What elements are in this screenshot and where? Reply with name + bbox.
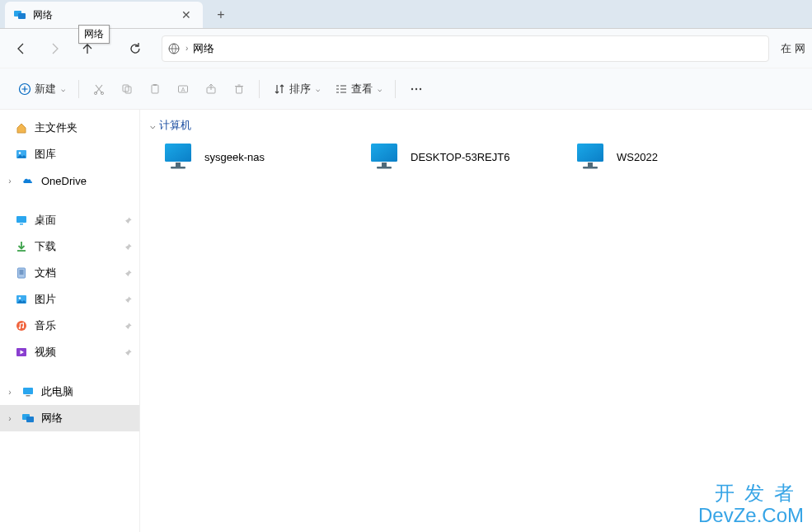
sidebar-item-network[interactable]: ›网络 — [0, 405, 139, 431]
chevron-down-icon: ⌵ — [316, 85, 320, 93]
pin-icon — [124, 269, 133, 278]
sidebar-item-gallery[interactable]: 图库 — [0, 141, 139, 167]
separator — [395, 80, 396, 98]
desktop-icon — [15, 214, 28, 227]
svg-rect-26 — [23, 388, 33, 394]
svg-rect-1 — [18, 13, 26, 19]
close-icon[interactable]: ✕ — [178, 7, 195, 23]
svg-rect-33 — [371, 144, 397, 162]
sort-label: 排序 — [289, 82, 311, 97]
pin-icon — [124, 242, 133, 252]
search-hint[interactable]: 在 网 — [781, 41, 805, 56]
address-text: 网络 — [193, 41, 214, 56]
sidebar-item-label: 文档 — [35, 266, 56, 280]
sidebar-item-home[interactable]: 主文件夹 — [0, 115, 139, 141]
forward-button[interactable] — [40, 34, 69, 64]
sidebar-item-label: 桌面 — [35, 213, 56, 228]
svg-point-16 — [420, 87, 421, 89]
chevron-down-icon: ⌵ — [378, 85, 382, 93]
sidebar-item-label: 下载 — [35, 239, 56, 254]
chevron-right-icon: › — [5, 388, 15, 397]
network-icon — [13, 8, 26, 21]
pin-icon — [124, 348, 133, 357]
sidebar-item-thispc[interactable]: ›此电脑 — [0, 379, 139, 405]
sidebar: 主文件夹图库›OneDrive 桌面下载文档图片音乐视频 ›此电脑›网络 — [0, 110, 140, 532]
group-title: 计算机 — [159, 118, 191, 133]
share-button[interactable] — [198, 75, 224, 103]
group-header-computers[interactable]: ⌵ 计算机 — [143, 115, 812, 136]
refresh-button[interactable] — [120, 34, 150, 64]
computer-item[interactable]: DESKTOP-53REJT6 — [363, 136, 569, 177]
content-area: 主文件夹图库›OneDrive 桌面下载文档图片音乐视频 ›此电脑›网络 ⌵ 计… — [0, 110, 812, 532]
computer-label: sysgeek-nas — [204, 151, 265, 163]
svg-rect-13 — [237, 87, 242, 93]
svg-rect-37 — [588, 162, 593, 167]
pin-icon — [124, 295, 133, 304]
svg-point-15 — [415, 87, 417, 89]
svg-rect-32 — [171, 167, 185, 169]
sidebar-item-documents[interactable]: 文档 — [0, 260, 139, 286]
network-icon — [21, 412, 35, 425]
sidebar-item-label: 视频 — [35, 345, 56, 360]
pin-icon — [124, 322, 133, 331]
svg-point-23 — [19, 297, 21, 299]
new-button[interactable]: 新建 ⌵ — [12, 75, 72, 103]
svg-point-18 — [19, 152, 21, 154]
separator — [78, 80, 79, 98]
computer-label: WS2022 — [617, 151, 658, 163]
svg-rect-20 — [20, 224, 23, 225]
svg-rect-8 — [152, 85, 158, 93]
downloads-icon — [15, 240, 28, 253]
network-icon — [167, 42, 181, 55]
svg-rect-31 — [176, 162, 181, 167]
sidebar-item-label: 此电脑 — [41, 384, 73, 399]
sidebar-item-label: 网络 — [41, 411, 63, 426]
sidebar-item-downloads[interactable]: 下载 — [0, 233, 139, 260]
gallery-icon — [15, 148, 28, 161]
new-label: 新建 — [35, 82, 56, 97]
thispc-icon — [21, 385, 35, 398]
svg-rect-34 — [382, 162, 387, 167]
sort-button[interactable]: 排序 ⌵ — [266, 75, 326, 103]
copy-button[interactable] — [114, 75, 140, 103]
svg-rect-35 — [377, 167, 392, 169]
monitor-icon — [574, 140, 607, 173]
sidebar-item-onedrive[interactable]: ›OneDrive — [0, 167, 139, 194]
svg-text:A: A — [181, 86, 185, 92]
watermark-line2: DevZe.CoM — [698, 504, 804, 527]
sidebar-item-desktop[interactable]: 桌面 — [0, 207, 139, 233]
sidebar-item-label: OneDrive — [41, 175, 87, 187]
computer-label: DESKTOP-53REJT6 — [411, 151, 509, 163]
more-button[interactable] — [402, 75, 430, 103]
videos-icon — [15, 346, 28, 359]
new-tab-button[interactable]: + — [208, 2, 234, 28]
svg-rect-29 — [26, 417, 34, 422]
computer-item[interactable]: WS2022 — [569, 136, 775, 177]
chevron-down-icon: ⌵ — [150, 120, 156, 131]
svg-point-24 — [16, 321, 26, 331]
music-icon — [15, 319, 28, 332]
paste-button[interactable] — [142, 75, 168, 103]
sidebar-item-videos[interactable]: 视频 — [0, 339, 139, 365]
svg-point-14 — [411, 87, 413, 89]
chevron-right-icon: › — [5, 177, 15, 186]
back-button[interactable] — [7, 34, 36, 64]
chevron-down-icon: ⌵ — [61, 85, 65, 93]
sidebar-item-label: 图片 — [35, 292, 56, 307]
view-label: 查看 — [351, 82, 373, 97]
sidebar-item-label: 图库 — [35, 147, 56, 162]
computer-item[interactable]: sysgeek-nas — [157, 136, 363, 177]
watermark-line1: 开发者 — [698, 482, 804, 505]
sidebar-item-music[interactable]: 音乐 — [0, 313, 139, 339]
delete-button[interactable] — [226, 75, 252, 103]
sidebar-item-pictures[interactable]: 图片 — [0, 286, 139, 313]
sidebar-item-label: 音乐 — [35, 318, 56, 333]
rename-button[interactable]: A — [170, 75, 196, 103]
cut-button[interactable] — [86, 75, 112, 103]
svg-rect-19 — [16, 216, 26, 223]
monitor-icon — [368, 140, 401, 173]
svg-rect-9 — [153, 84, 157, 86]
view-button[interactable]: 查看 ⌵ — [328, 75, 388, 103]
svg-rect-21 — [18, 268, 26, 278]
address-bar[interactable]: › 网络 — [162, 35, 769, 62]
